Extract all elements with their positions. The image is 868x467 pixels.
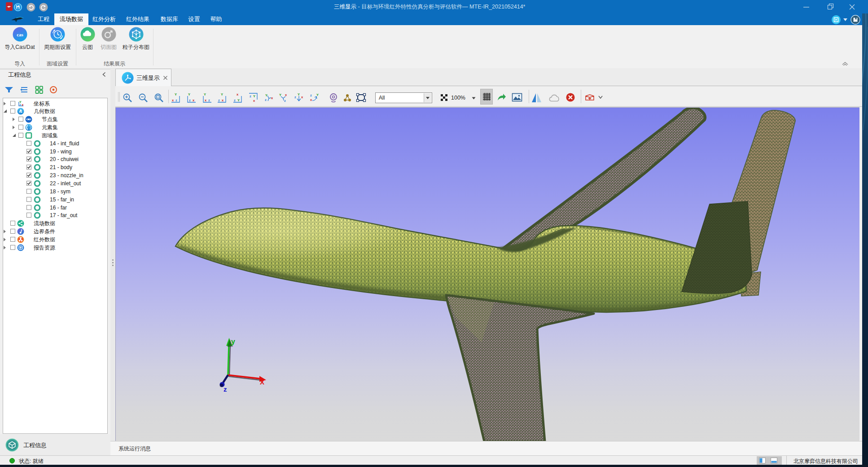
svg-text:x: x [172, 98, 174, 102]
svg-text:Y: Y [204, 92, 206, 96]
svg-text:z: z [284, 99, 286, 103]
svg-text:z: z [250, 94, 251, 98]
svg-text:z: z [234, 98, 236, 102]
svg-text:z: z [189, 98, 191, 102]
svg-text:x: x [253, 99, 255, 103]
svg-text:Y: Y [237, 98, 240, 102]
svg-text:Y: Y [265, 93, 267, 97]
svg-text:x: x [285, 93, 287, 97]
svg-text:x: x [193, 98, 195, 102]
svg-text:X: X [260, 378, 264, 386]
svg-text:Y: Y [298, 92, 300, 96]
svg-text:Y: Y [253, 94, 255, 98]
svg-text:y: y [231, 338, 235, 345]
svg-text:x: x [237, 92, 239, 96]
svg-text:Y: Y [279, 93, 281, 97]
svg-text:Y: Y [188, 92, 190, 96]
svg-text:x: x [205, 98, 207, 102]
svg-text:z: z [265, 98, 267, 102]
svg-text:z: z [294, 95, 296, 99]
svg-text:x: x [301, 95, 303, 99]
svg-text:z: z [218, 98, 220, 102]
svg-text:Y: Y [221, 92, 223, 96]
svg-text:x: x [271, 96, 273, 100]
svg-text:x: x [22, 103, 24, 106]
svg-text:x: x [310, 98, 312, 102]
svg-text:Y: Y [175, 92, 177, 96]
svg-text:z: z [310, 93, 312, 97]
svg-text:x: x [222, 98, 224, 102]
svg-text:cas: cas [17, 32, 23, 37]
svg-text:z: z [20, 103, 22, 106]
svg-text:z: z [224, 385, 227, 393]
svg-text:z: z [175, 98, 177, 102]
svg-text:z: z [208, 98, 210, 102]
svg-text:Y: Y [316, 93, 319, 97]
